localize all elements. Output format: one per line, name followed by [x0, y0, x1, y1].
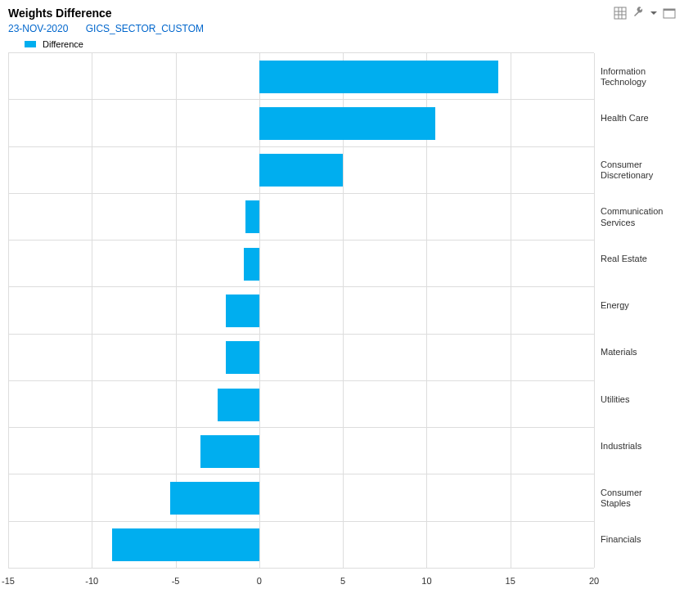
row-separator	[8, 334, 594, 335]
bar[interactable]	[259, 61, 499, 93]
grid-line	[511, 53, 511, 568]
x-tick-label: -15	[2, 576, 15, 586]
svg-rect-6	[664, 9, 675, 11]
category-label: Health Care	[601, 113, 676, 124]
row-separator	[8, 52, 594, 53]
bar[interactable]	[112, 528, 259, 561]
row-separator	[8, 286, 594, 287]
category-label: Financials	[601, 534, 676, 545]
x-tick-label: 15	[506, 576, 515, 586]
x-tick-label: -5	[172, 576, 180, 586]
category-label: Consumer Discretionary	[601, 160, 676, 181]
x-tick-label: 10	[421, 576, 431, 586]
category-label: Materials	[601, 347, 676, 357]
row-separator	[8, 427, 594, 428]
chart: -15-10-505101520Information TechnologyHe…	[0, 52, 684, 600]
category-label: Utilities	[601, 394, 676, 405]
legend-swatch	[25, 41, 36, 47]
category-label: Consumer Staples	[601, 488, 676, 509]
category-label: Information Technology	[601, 66, 676, 88]
row-separator	[8, 568, 594, 569]
grid-icon[interactable]	[614, 7, 627, 20]
grid-line	[594, 53, 595, 568]
maximize-icon[interactable]	[663, 7, 676, 20]
category-label: Communication Services	[601, 206, 676, 227]
x-tick-label: 5	[340, 576, 345, 586]
wrench-icon[interactable]	[632, 7, 645, 20]
page-title: Weights Difference	[8, 7, 112, 20]
grid-line	[8, 53, 9, 568]
toolbar	[614, 7, 676, 20]
row-separator	[8, 193, 594, 194]
legend: Difference	[0, 34, 684, 52]
x-tick-label: 0	[257, 576, 262, 586]
group-label: GICS_SECTOR_CUSTOM	[86, 23, 204, 34]
row-separator	[8, 380, 594, 381]
x-tick-label: 20	[589, 576, 599, 586]
row-separator	[8, 240, 594, 241]
chevron-down-icon[interactable]	[650, 7, 658, 20]
subheader: 23-NOV-2020 GICS_SECTOR_CUSTOM	[0, 20, 684, 34]
bar[interactable]	[259, 154, 343, 187]
bar[interactable]	[218, 389, 259, 421]
row-separator	[8, 99, 594, 100]
legend-label: Difference	[43, 39, 83, 49]
category-label: Real Estate	[601, 254, 676, 264]
bar[interactable]	[244, 248, 259, 281]
bar[interactable]	[226, 295, 259, 327]
bar[interactable]	[226, 341, 259, 374]
grid-line	[92, 53, 92, 568]
svg-rect-0	[614, 7, 626, 19]
row-separator	[8, 146, 594, 147]
bar[interactable]	[259, 107, 435, 140]
row-separator	[8, 474, 594, 474]
bar[interactable]	[170, 482, 259, 515]
date-label: 23-NOV-2020	[8, 23, 68, 34]
bar[interactable]	[200, 435, 259, 468]
bar[interactable]	[245, 200, 259, 233]
category-label: Energy	[601, 300, 676, 311]
row-separator	[8, 521, 594, 522]
x-tick-label: -10	[85, 576, 98, 586]
category-label: Industrials	[601, 441, 676, 452]
